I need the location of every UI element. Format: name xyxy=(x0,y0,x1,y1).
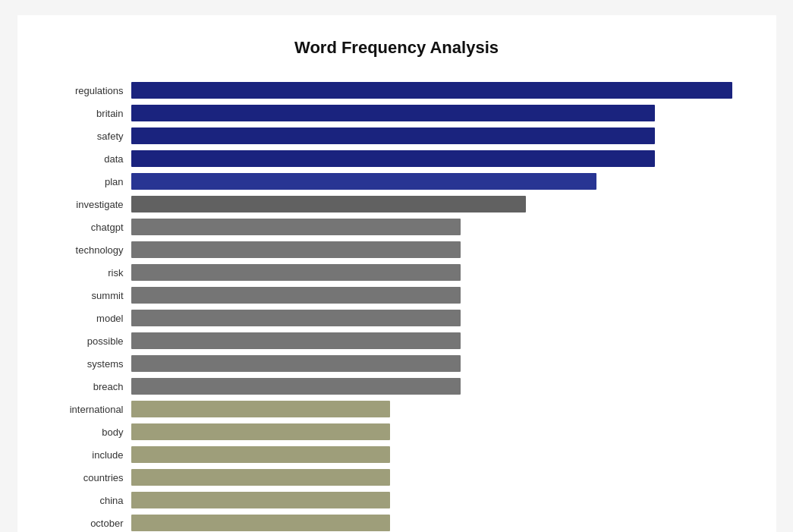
bar-track xyxy=(131,287,746,304)
bar-fill xyxy=(131,82,733,99)
bar-label: investigate xyxy=(48,199,131,210)
bar-row: body xyxy=(48,422,746,442)
bar-fill xyxy=(131,332,461,349)
bar-fill xyxy=(131,127,656,144)
bar-label: safety xyxy=(48,131,131,142)
bar-track xyxy=(131,219,746,235)
bar-track xyxy=(131,105,746,121)
bar-track xyxy=(131,378,746,395)
bar-row: regulations xyxy=(48,80,746,100)
chart-title: Word Frequency Analysis xyxy=(48,38,746,58)
chart-area: regulationsbritainsafetydataplaninvestig… xyxy=(48,80,746,532)
bar-track xyxy=(131,241,746,258)
bar-label: breach xyxy=(48,381,131,392)
bar-track xyxy=(131,173,746,190)
bar-track xyxy=(131,196,746,212)
bar-fill xyxy=(131,150,656,167)
bar-row: plan xyxy=(48,172,746,191)
bar-track xyxy=(131,469,746,486)
bar-fill xyxy=(131,105,656,121)
bar-row: data xyxy=(48,149,746,168)
bar-row: investigate xyxy=(48,194,746,214)
bar-label: risk xyxy=(48,267,131,279)
bar-label: technology xyxy=(48,244,131,256)
bar-fill xyxy=(131,446,390,463)
bar-track xyxy=(131,332,746,349)
bar-label: regulations xyxy=(48,85,131,96)
bar-label: data xyxy=(48,153,131,165)
bar-label: october xyxy=(48,518,131,529)
bar-row: systems xyxy=(48,354,746,373)
bar-fill xyxy=(131,219,461,235)
bar-label: model xyxy=(48,313,131,324)
bar-fill xyxy=(131,241,461,258)
bar-track xyxy=(131,127,746,144)
bar-label: international xyxy=(48,404,131,415)
bar-label: systems xyxy=(48,358,131,370)
bar-row: summit xyxy=(48,285,746,305)
bar-fill xyxy=(131,310,461,326)
bar-row: safety xyxy=(48,126,746,146)
bar-label: chatgpt xyxy=(48,222,131,233)
bar-track xyxy=(131,515,746,531)
bar-track xyxy=(131,82,746,99)
bar-track xyxy=(131,492,746,508)
bar-label: body xyxy=(48,427,131,438)
bar-track xyxy=(131,310,746,326)
bar-track xyxy=(131,423,746,440)
bar-track xyxy=(131,264,746,281)
bar-track xyxy=(131,401,746,417)
bar-row: chatgpt xyxy=(48,217,746,237)
bar-fill xyxy=(131,515,390,531)
bar-fill xyxy=(131,469,390,486)
bar-row: include xyxy=(48,445,746,464)
bar-fill xyxy=(131,492,390,508)
bar-label: britain xyxy=(48,108,131,119)
bar-fill xyxy=(131,287,461,304)
bar-label: summit xyxy=(48,290,131,301)
bar-fill xyxy=(131,378,461,395)
bar-track xyxy=(131,150,746,167)
bar-fill xyxy=(131,196,526,212)
bar-label: countries xyxy=(48,472,131,483)
bar-row: possible xyxy=(48,331,746,351)
bar-fill xyxy=(131,401,390,417)
bar-row: risk xyxy=(48,263,746,282)
bar-label: china xyxy=(48,495,131,506)
bar-label: plan xyxy=(48,176,131,187)
bar-row: international xyxy=(48,399,746,419)
bar-row: britain xyxy=(48,103,746,123)
bar-row: technology xyxy=(48,240,746,260)
bar-track xyxy=(131,446,746,463)
bar-fill xyxy=(131,264,461,281)
bar-row: model xyxy=(48,308,746,328)
bar-fill xyxy=(131,423,390,440)
bar-fill xyxy=(131,173,597,190)
bar-label: possible xyxy=(48,335,131,347)
bar-row: countries xyxy=(48,467,746,487)
chart-container: Word Frequency Analysis regulationsbrita… xyxy=(17,15,776,532)
bar-label: include xyxy=(48,449,131,461)
bar-fill xyxy=(131,355,461,372)
bar-row: october xyxy=(48,513,746,532)
bar-row: china xyxy=(48,490,746,510)
bar-row: breach xyxy=(48,376,746,396)
bar-track xyxy=(131,355,746,372)
